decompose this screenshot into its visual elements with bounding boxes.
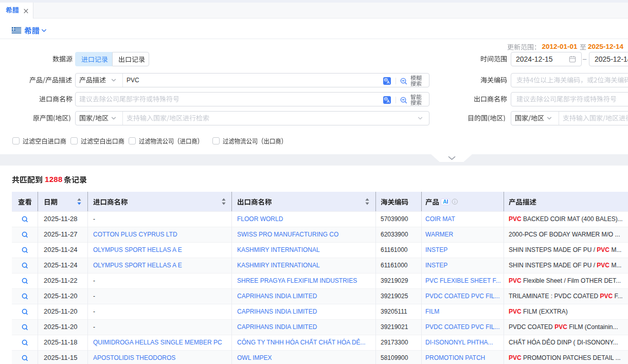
svg-text:AI: AI (443, 198, 448, 205)
